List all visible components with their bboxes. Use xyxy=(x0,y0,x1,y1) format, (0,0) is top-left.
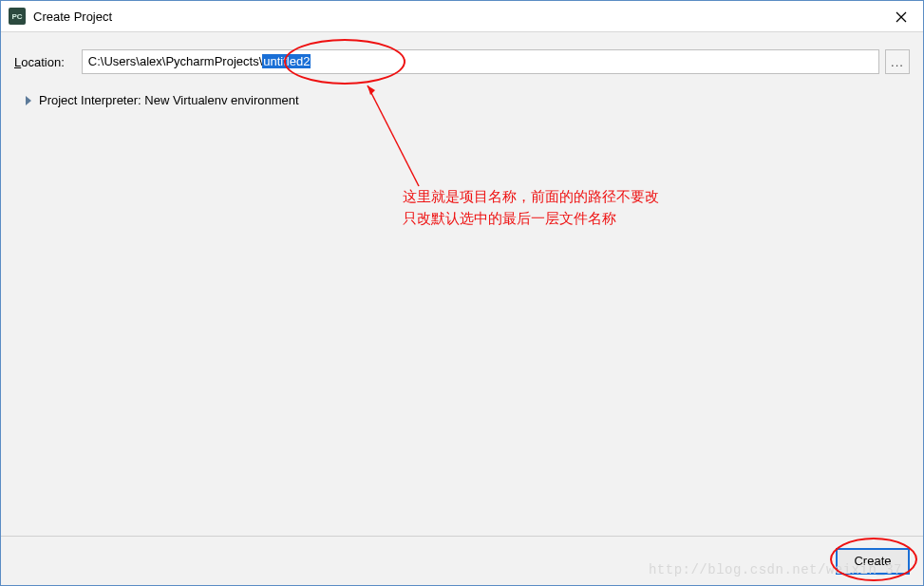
location-path-prefix: C:\Users\alex\PycharmProjects\ xyxy=(88,54,263,68)
dialog-footer: http://blog.csdn.net/weixin_37 Create xyxy=(1,536,923,585)
close-button[interactable] xyxy=(879,1,923,32)
location-input-wrap: C:\Users\alex\PycharmProjects\untitled2 … xyxy=(82,49,910,74)
interpreter-expander[interactable]: Project Interpreter: New Virtualenv envi… xyxy=(14,91,910,109)
titlebar: PC Create Project xyxy=(1,1,923,32)
browse-button[interactable]: ... xyxy=(885,49,910,74)
location-input[interactable]: C:\Users\alex\PycharmProjects\untitled2 xyxy=(82,49,879,74)
location-path-selected: untitled2 xyxy=(262,54,311,68)
create-project-dialog: PC Create Project Location: C:\Users\ale… xyxy=(0,0,924,586)
location-label-rest: ocation: xyxy=(21,55,65,69)
location-row: Location: C:\Users\alex\PycharmProjects\… xyxy=(14,49,910,74)
location-label: Location: xyxy=(14,55,65,69)
pycharm-icon: PC xyxy=(9,8,26,25)
dialog-content: Location: C:\Users\alex\PycharmProjects\… xyxy=(1,32,923,536)
close-icon xyxy=(896,11,907,23)
window-title: Create Project xyxy=(33,9,112,24)
interpreter-expander-label: Project Interpreter: New Virtualenv envi… xyxy=(39,93,299,107)
chevron-right-icon xyxy=(26,96,31,105)
create-button[interactable]: Create xyxy=(836,548,910,575)
